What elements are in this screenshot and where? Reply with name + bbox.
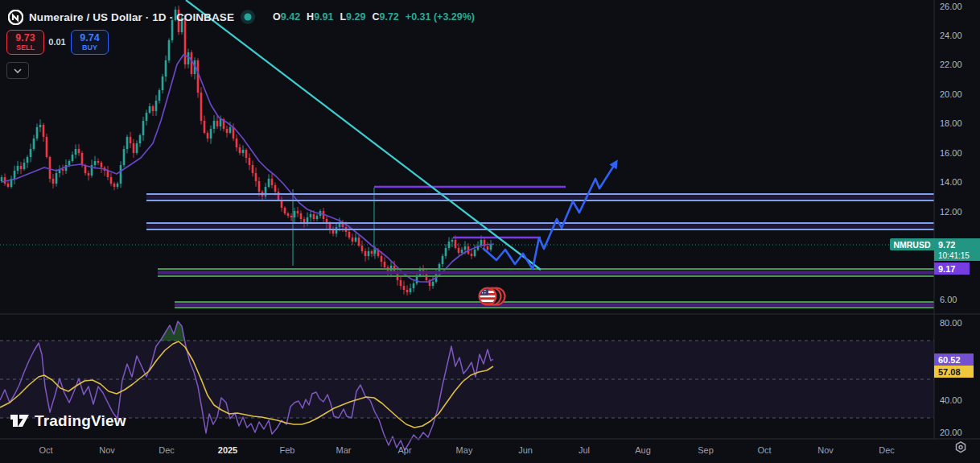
spread-value: 0.01 xyxy=(44,37,70,47)
time-axis-label: Oct xyxy=(39,445,52,455)
time-axis-label: Jul xyxy=(579,445,590,455)
price-axis-label: 40.00 xyxy=(940,395,962,405)
time-axis-label: Dec xyxy=(159,445,175,455)
time-axis-label: Sep xyxy=(698,445,714,455)
price-axis-label: 14.00 xyxy=(940,177,962,187)
price-axis-label: 22.00 xyxy=(940,60,962,69)
time-axis-label: Nov xyxy=(99,445,115,455)
price-axis-label: 20.00 xyxy=(940,89,962,99)
price-axis-label: 80.00 xyxy=(940,318,962,328)
drawing-level-price-tag: 9.17 xyxy=(934,263,970,275)
time-axis-label: 2025 xyxy=(218,445,237,455)
sell-button[interactable]: 9.73 SELL xyxy=(6,30,44,55)
sell-price: 9.73 xyxy=(15,33,35,43)
symbol-title[interactable]: Numeraire / US Dollar · 1D · COINBASE xyxy=(29,11,234,23)
tradingview-watermark: TradingView xyxy=(10,412,126,430)
time-axis-label: Jun xyxy=(518,445,533,455)
rsi-ma-value-tag: 57.08 xyxy=(934,366,974,378)
ohlc-values: O9.42 H9.91 L9.29 C9.72 +0.31 (+3.29%) xyxy=(273,11,475,23)
time-axis-label: Aug xyxy=(635,445,651,455)
price-change: +0.31 (+3.29%) xyxy=(406,11,475,23)
time-axis-label: Nov xyxy=(817,445,834,455)
market-status-icon[interactable] xyxy=(240,9,256,25)
buy-price: 9.74 xyxy=(80,33,99,43)
collapse-legend-button[interactable] xyxy=(6,62,29,79)
bar-countdown-tag: 10:41:15 xyxy=(934,250,980,261)
price-axis-label: 18.00 xyxy=(940,118,962,128)
last-price-tag: 9.72 xyxy=(934,238,980,250)
rsi-value-tag: 60.52 xyxy=(934,353,974,366)
tradingview-chart-window: Numeraire / US Dollar · 1D · COINBASE O9… xyxy=(0,0,980,463)
price-axis-label: 6.00 xyxy=(940,295,957,304)
price-axis-label: 26.00 xyxy=(940,2,962,11)
price-axis-label: 16.00 xyxy=(940,148,962,158)
price-axis-label: 24.00 xyxy=(940,31,962,40)
price-axis-label: 20.00 xyxy=(940,428,962,437)
watermark-text: TradingView xyxy=(35,412,126,430)
time-axis-label: Apr xyxy=(397,445,411,455)
time-axis-label: Dec xyxy=(879,445,895,455)
chart-canvas[interactable] xyxy=(0,0,980,463)
us-flag-sticker[interactable] xyxy=(479,287,497,306)
symbol-price-tag: NMRUSD xyxy=(890,238,934,250)
time-axis-label: May xyxy=(456,445,473,455)
buy-button[interactable]: 9.74 BUY xyxy=(71,30,109,55)
time-axis-label: Oct xyxy=(757,445,771,455)
price-axis-label: 12.00 xyxy=(940,207,962,217)
forecast-zigzag-arrow[interactable] xyxy=(483,162,616,269)
numeraire-logo-icon xyxy=(8,10,23,25)
timezone-settings-gear-icon[interactable] xyxy=(953,440,972,459)
time-axis-label: Mar xyxy=(336,445,352,455)
chevron-down-icon xyxy=(14,68,22,73)
moving-average-line xyxy=(2,55,494,282)
tradingview-logo-icon xyxy=(10,412,30,430)
symbol-legend[interactable]: Numeraire / US Dollar · 1D · COINBASE O9… xyxy=(8,9,475,25)
time-axis-label: Feb xyxy=(280,445,295,455)
